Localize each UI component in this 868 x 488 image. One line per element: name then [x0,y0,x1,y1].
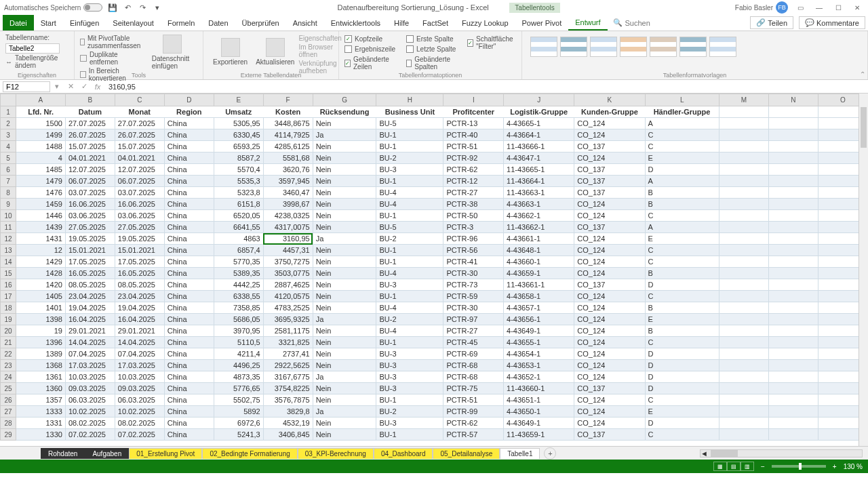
cell[interactable]: Ja [313,129,376,141]
cell[interactable]: 5241,3 [214,429,263,441]
cell[interactable]: China [164,245,214,256]
cell[interactable]: Nein [313,245,376,256]
cell[interactable]: CO_124 [574,256,645,268]
ribbon-options-icon[interactable]: ▭ [793,3,807,12]
cell[interactable]: BU-4 [376,187,443,199]
share-button[interactable]: 🔗Teilen [750,16,793,29]
cell[interactable]: 4873,35 [214,371,263,383]
cell[interactable]: CO_124 [574,406,645,418]
cell[interactable]: 06.07.2025 [65,176,115,187]
select-all-cell[interactable] [1,94,16,106]
sheet-tab[interactable]: 05_Detailanalyse [433,448,500,459]
tab-insert[interactable]: Einfügen [63,15,106,30]
cell[interactable]: 4-43654-1 [504,348,574,360]
cell[interactable]: 1479 [16,176,65,187]
col-header[interactable]: K [574,94,645,106]
opt-total[interactable]: Ergebniszeile [344,44,395,54]
enter-icon[interactable]: ✓ [77,82,91,91]
cell[interactable]: PCTR-59 [443,291,504,302]
cell[interactable]: BU-5 [376,222,443,233]
cell[interactable]: A [645,176,719,187]
cell[interactable]: 5570,4 [214,164,263,176]
row-header[interactable]: 14 [1,256,16,268]
cell[interactable]: D [645,418,719,429]
row-header[interactable]: 3 [1,129,16,141]
cell[interactable]: BU-4 [376,199,443,210]
cell[interactable]: 16.04.2025 [65,314,115,325]
cell[interactable]: BU-4 [376,268,443,279]
cell[interactable]: China [164,129,214,141]
cell[interactable]: 1401 [16,302,65,314]
cell[interactable]: 29.01.2021 [115,325,164,337]
close-icon[interactable]: ✕ [850,3,864,12]
cell[interactable]: 11-43661-1 [504,279,574,291]
cell[interactable]: China [164,141,214,152]
pivot-summarize[interactable]: Mit PivotTable zusammenfassen [80,34,148,50]
cell[interactable]: PCTR-51 [443,394,504,406]
cell[interactable]: BU-2 [376,152,443,164]
cell[interactable]: 1389 [16,348,65,360]
row-header[interactable]: 4 [1,141,16,152]
cell[interactable]: CO_124 [574,360,645,371]
cell[interactable]: 17.05.2025 [65,256,115,268]
horizontal-scrollbar[interactable]: ◄ [700,449,863,458]
cell[interactable]: Nein [313,429,376,441]
cell[interactable]: Nein [313,383,376,394]
cell[interactable]: 4442,25 [214,279,263,291]
cell[interactable]: 6972,6 [214,418,263,429]
cell[interactable]: Ja [313,406,376,418]
user-account[interactable]: Fabio Basler FB [735,1,788,14]
row-header[interactable]: 9 [1,199,16,210]
table-column-header[interactable]: Umsatz▾ [214,106,263,118]
cell[interactable]: 3576,7875 [263,394,313,406]
cell[interactable]: 5581,68 [263,152,313,164]
tab-design[interactable]: Entwurf [568,15,607,30]
cell[interactable]: PCTR-51 [443,141,504,152]
cell[interactable]: 11-43660-1 [504,383,574,394]
row-header[interactable]: 18 [1,302,16,314]
redo-icon[interactable]: ↷ [138,3,147,12]
table-column-header[interactable]: Profitcenter▾ [443,106,504,118]
cell[interactable]: BU-4 [376,325,443,337]
cell[interactable]: E [645,233,719,245]
style-swatch[interactable] [530,37,557,57]
row-header[interactable]: 27 [1,406,16,418]
row-header[interactable]: 24 [1,371,16,383]
cell[interactable]: 29.01.2021 [65,325,115,337]
col-header[interactable]: A [16,94,65,106]
cell[interactable]: China [164,291,214,302]
cell[interactable]: PCTR-69 [443,348,504,360]
cell[interactable]: 10.03.2025 [115,371,164,383]
insert-slicer[interactable]: Datenschnitt einfügen [148,34,197,70]
cell[interactable]: 5323,8 [214,187,263,199]
cell[interactable]: 16.06.2025 [65,199,115,210]
style-swatch[interactable] [590,37,617,57]
name-box[interactable] [3,81,50,92]
cell[interactable]: 06.07.2025 [115,176,164,187]
cell[interactable]: 16.05.2025 [115,268,164,279]
cell[interactable]: 1330 [16,429,65,441]
cell[interactable]: China [164,429,214,441]
cell[interactable]: China [164,222,214,233]
search-box[interactable]: 🔍 Suchen [608,15,656,30]
cell[interactable]: CO_124 [574,152,645,164]
cell[interactable]: BU-1 [376,394,443,406]
cell[interactable]: Nein [313,279,376,291]
cell[interactable]: E [645,152,719,164]
spreadsheet-grid[interactable]: ABCDEFGHIJKLMNO1Lfd. Nr.▾Datum▾Monat▾Reg… [0,94,868,446]
cell[interactable]: BU-3 [376,371,443,383]
cell[interactable]: D [645,348,719,360]
cell[interactable]: 5389,35 [214,268,263,279]
zoom-slider[interactable] [772,465,826,468]
cell[interactable]: 4317,0075 [263,222,313,233]
cell[interactable]: 4-43663-1 [504,199,574,210]
cell[interactable]: 4-43656-1 [504,314,574,325]
cell[interactable]: 1488 [16,141,65,152]
cell[interactable]: 03.06.2025 [65,210,115,222]
cell[interactable]: 3503,0775 [263,268,313,279]
cell[interactable]: PCTR-12 [443,176,504,187]
cell[interactable]: PCTR-40 [443,129,504,141]
cell[interactable]: 08.02.2025 [65,418,115,429]
cell[interactable]: 12.07.2025 [65,164,115,176]
tab-start[interactable]: Start [34,15,63,30]
